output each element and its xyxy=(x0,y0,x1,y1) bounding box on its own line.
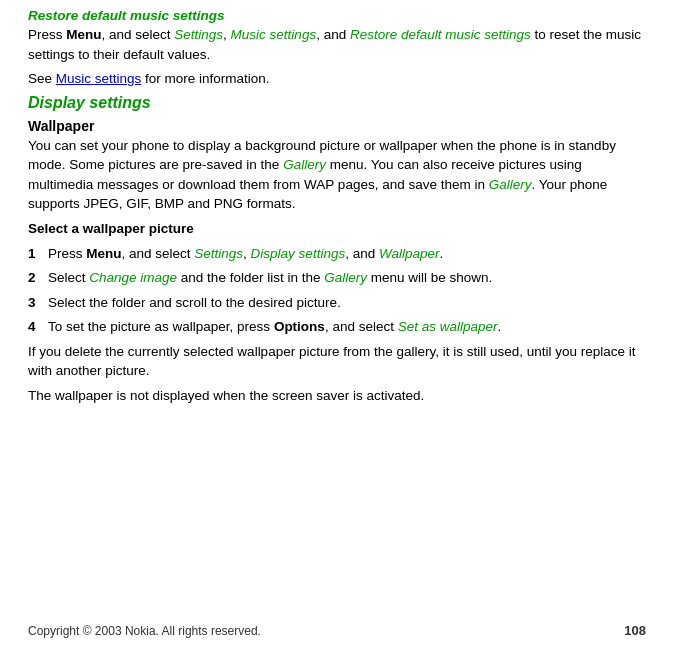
step4-options: Options xyxy=(274,319,325,334)
restore-para1-music-settings[interactable]: Music settings xyxy=(231,27,317,42)
restore-para1-mid2: , xyxy=(223,27,231,42)
step-2: 2 Select Change image and the folder lis… xyxy=(28,268,646,288)
step1-mid3: , and xyxy=(345,246,379,261)
restore-para2-post: for more information. xyxy=(141,71,269,86)
restore-para1-settings[interactable]: Settings xyxy=(174,27,223,42)
step1-pre: Press xyxy=(48,246,86,261)
para-delete: If you delete the currently selected wal… xyxy=(28,342,646,381)
restore-para2: See Music settings for more information. xyxy=(28,69,646,89)
page-container: Restore default music settings Press Men… xyxy=(0,0,674,650)
step1-display[interactable]: Display settings xyxy=(251,246,346,261)
select-heading: Select a wallpaper picture xyxy=(28,219,646,239)
main-content: Restore default music settings Press Men… xyxy=(28,8,646,617)
step1-settings[interactable]: Settings xyxy=(194,246,243,261)
step-4-text: To set the picture as wallpaper, press O… xyxy=(48,317,646,337)
restore-para1-mid3: , and xyxy=(316,27,350,42)
step2-change[interactable]: Change image xyxy=(89,270,177,285)
wallpaper-para: You can set your phone to display a back… xyxy=(28,136,646,214)
step-2-text: Select Change image and the folder list … xyxy=(48,268,646,288)
wallpaper-heading: Wallpaper xyxy=(28,118,646,134)
step1-post: . xyxy=(439,246,443,261)
para-notdisplayed: The wallpaper is not displayed when the … xyxy=(28,386,646,406)
step4-post: . xyxy=(497,319,501,334)
step2-pre: Select xyxy=(48,270,89,285)
step-1: 1 Press Menu, and select Settings, Displ… xyxy=(28,244,646,264)
step2-post: menu will be shown. xyxy=(367,270,492,285)
step2-gallery[interactable]: Gallery xyxy=(324,270,367,285)
step4-setwallpaper[interactable]: Set as wallpaper xyxy=(398,319,498,334)
footer-copyright: Copyright © 2003 Nokia. All rights reser… xyxy=(28,624,261,638)
wallpaper-gallery2[interactable]: Gallery xyxy=(489,177,532,192)
restore-para1-restore-link[interactable]: Restore default music settings xyxy=(350,27,531,42)
restore-para1-mid1: , and select xyxy=(102,27,175,42)
footer: Copyright © 2003 Nokia. All rights reser… xyxy=(28,617,646,642)
step-4: 4 To set the picture as wallpaper, press… xyxy=(28,317,646,337)
step2-mid: and the folder list in the xyxy=(177,270,324,285)
restore-para1-pre: Press xyxy=(28,27,66,42)
wallpaper-gallery1[interactable]: Gallery xyxy=(283,157,326,172)
step1-wallpaper[interactable]: Wallpaper xyxy=(379,246,440,261)
display-settings-heading: Display settings xyxy=(28,94,646,112)
step-1-num: 1 xyxy=(28,244,48,264)
step-list: 1 Press Menu, and select Settings, Displ… xyxy=(28,244,646,337)
step1-mid1: , and select xyxy=(122,246,195,261)
step-3: 3 Select the folder and scroll to the de… xyxy=(28,293,646,313)
step-3-text: Select the folder and scroll to the desi… xyxy=(48,293,646,313)
restore-para2-link[interactable]: Music settings xyxy=(56,71,142,86)
step-3-num: 3 xyxy=(28,293,48,313)
select-heading-text: Select a wallpaper picture xyxy=(28,221,194,236)
step1-mid2: , xyxy=(243,246,251,261)
step-1-text: Press Menu, and select Settings, Display… xyxy=(48,244,646,264)
restore-para1-menu: Menu xyxy=(66,27,101,42)
step-2-num: 2 xyxy=(28,268,48,288)
step-4-num: 4 xyxy=(28,317,48,337)
restore-para2-pre: See xyxy=(28,71,56,86)
step4-mid: , and select xyxy=(325,319,398,334)
restore-heading: Restore default music settings xyxy=(28,8,646,23)
step1-menu: Menu xyxy=(86,246,121,261)
step4-pre: To set the picture as wallpaper, press xyxy=(48,319,274,334)
footer-page-number: 108 xyxy=(624,623,646,638)
restore-para1: Press Menu, and select Settings, Music s… xyxy=(28,25,646,64)
